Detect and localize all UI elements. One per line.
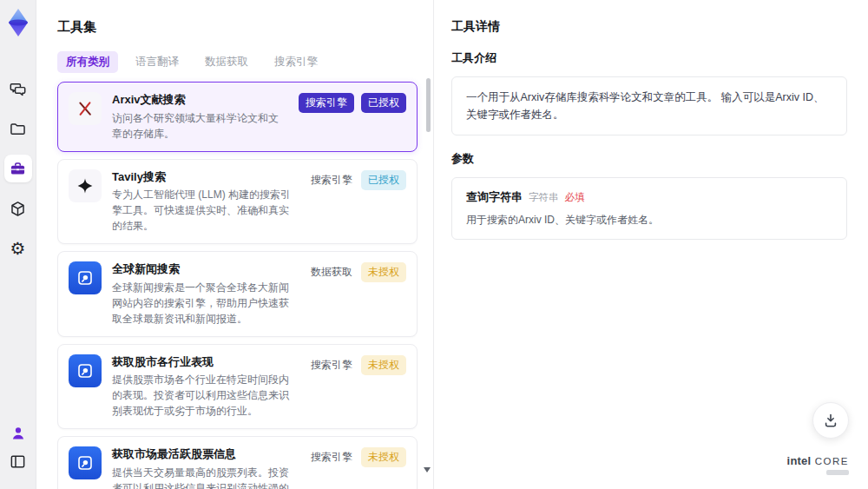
category-tabs: 所有类别 语言翻译 数据获取 搜索引擎	[57, 51, 418, 73]
brand-intel-text: intel	[787, 454, 812, 467]
intro-heading: 工具介绍	[451, 50, 847, 66]
param-name: 查询字符串	[466, 189, 523, 205]
tool-card-tavily[interactable]: Tavily搜索 专为人工智能代理 (LLM) 构建的搜索引擎工具。可快速提供实…	[57, 159, 418, 245]
tool-icon-tile	[69, 169, 102, 202]
category-badge: 搜索引擎	[299, 93, 354, 113]
category-badge: 数据获取	[309, 262, 354, 282]
tool-detail-panel: 工具详情 工具介绍 一个用于从Arxiv存储库搜索科学论文和文章的工具。 输入可…	[434, 0, 868, 489]
params-heading: 参数	[451, 151, 847, 167]
status-badge: 已授权	[361, 93, 406, 113]
detail-title: 工具详情	[451, 19, 847, 35]
tool-text: 获取股市各行业表现 提供股票市场各个行业在特定时间段内的表现。投资者可以利用这些…	[112, 354, 299, 420]
tool-desc: 提供股票市场各个行业在特定时间段内的表现。投资者可以利用这些信息来识别表现优于或…	[112, 372, 295, 419]
status-badge: 已授权	[361, 170, 406, 190]
tool-list: Arxiv文献搜索 访问各个研究领域大量科学论文和文章的存储库。 搜索引擎 已授…	[57, 82, 418, 489]
tool-card-arxiv[interactable]: Arxiv文献搜索 访问各个研究领域大量科学论文和文章的存储库。 搜索引擎 已授…	[57, 82, 418, 152]
scrollbar-down-arrow[interactable]	[424, 467, 431, 472]
app-window: ⚙ 工具集 所有类别 语言翻译 数据获取 搜索引擎	[0, 0, 868, 489]
tool-tags: 数据获取 未授权	[309, 262, 406, 282]
tool-name: 获取股市各行业表现	[112, 354, 295, 370]
search-app-icon	[76, 453, 95, 472]
tool-tags: 搜索引擎 未授权	[309, 447, 406, 467]
sidebar-item-files[interactable]	[4, 115, 32, 142]
tool-name: Arxiv文献搜索	[112, 92, 285, 108]
tool-icon-tile	[69, 261, 102, 294]
gear-icon: ⚙	[10, 240, 26, 257]
tool-name: Tavily搜索	[112, 169, 295, 185]
tool-list-panel: 工具集 所有类别 语言翻译 数据获取 搜索引擎 Arxiv文献搜索 访问各个研究…	[36, 0, 434, 489]
search-app-icon	[76, 361, 95, 380]
intel-core-logo: intel core	[787, 453, 849, 475]
tool-text: Arxiv文献搜索 访问各个研究领域大量科学论文和文章的存储库。	[112, 92, 288, 142]
tool-desc: 提供当天交易量最高的股票列表。投资者可以利用这些信息来识别流动性强的股票和潜在的…	[112, 465, 295, 489]
category-badge: 搜索引擎	[309, 355, 354, 375]
app-logo-icon	[5, 7, 31, 38]
search-app-icon	[76, 268, 95, 287]
chat-icon	[9, 80, 27, 98]
sidebar-item-account[interactable]	[4, 420, 32, 447]
tool-icon-tile	[69, 446, 102, 479]
category-badge: 搜索引擎	[309, 447, 354, 467]
tool-desc: 访问各个研究领域大量科学论文和文章的存储库。	[112, 110, 285, 142]
tool-card-global-news[interactable]: 全球新闻搜索 全球新闻搜索是一个聚合全球各大新闻网站内容的搜索引擎，帮助用户快速…	[57, 251, 418, 337]
download-button[interactable]	[812, 402, 849, 439]
param-box: 查询字符串 字符串 必填 用于搜索的Arxiv ID、关键字或作者姓名。	[451, 177, 847, 240]
panel-toggle-icon	[9, 453, 27, 471]
download-icon	[822, 412, 839, 429]
tab-language-translation[interactable]: 语言翻译	[127, 51, 187, 73]
tool-icon-tile	[69, 92, 102, 125]
user-icon	[10, 425, 27, 442]
brand-core-text: core	[815, 456, 849, 466]
tool-tags: 搜索引擎 已授权	[299, 93, 406, 113]
tavily-star-icon	[76, 177, 94, 195]
arxiv-logo-icon	[76, 99, 95, 118]
param-header: 查询字符串 字符串 必填	[466, 189, 832, 205]
sidebar-item-tools[interactable]	[4, 155, 32, 182]
brand-sub-mark	[826, 470, 849, 475]
tool-icon-tile	[69, 354, 102, 387]
page-title: 工具集	[57, 19, 418, 36]
cube-icon	[9, 200, 27, 218]
category-badge: 搜索引擎	[309, 170, 354, 190]
tool-name: 全球新闻搜索	[112, 261, 295, 277]
status-badge: 未授权	[361, 447, 406, 467]
tab-all-categories[interactable]: 所有类别	[57, 51, 118, 73]
sidebar-item-chat[interactable]	[4, 75, 32, 102]
tool-text: 全球新闻搜索 全球新闻搜索是一个聚合全球各大新闻网站内容的搜索引擎，帮助用户快速…	[112, 261, 299, 327]
intro-box: 一个用于从Arxiv存储库搜索科学论文和文章的工具。 输入可以是Arxiv ID…	[451, 76, 847, 135]
sidebar-item-settings[interactable]: ⚙	[4, 235, 32, 262]
param-type: 字符串	[529, 191, 559, 204]
tool-text: Tavily搜索 专为人工智能代理 (LLM) 构建的搜索引擎工具。可快速提供实…	[112, 169, 299, 235]
tool-card-sector-performance[interactable]: 获取股市各行业表现 提供股票市场各个行业在特定时间段内的表现。投资者可以利用这些…	[57, 344, 418, 430]
intro-text: 一个用于从Arxiv存储库搜索科学论文和文章的工具。 输入可以是Arxiv ID…	[466, 89, 832, 123]
tab-search-engine[interactable]: 搜索引擎	[266, 51, 326, 73]
sidebar-item-collapse[interactable]	[4, 447, 32, 475]
tab-data-fetching[interactable]: 数据获取	[196, 51, 257, 73]
sidebar-item-models[interactable]	[4, 195, 32, 222]
tool-name: 获取市场最活跃股票信息	[112, 446, 295, 462]
nav-rail: ⚙	[0, 0, 36, 489]
tool-card-most-active-stocks[interactable]: 获取市场最活跃股票信息 提供当天交易量最高的股票列表。投资者可以利用这些信息来识…	[57, 436, 418, 489]
status-badge: 未授权	[361, 262, 406, 282]
folder-icon	[9, 120, 27, 138]
tool-tags: 搜索引擎 已授权	[309, 170, 406, 190]
scrollbar-thumb[interactable]	[426, 78, 431, 132]
tool-desc: 专为人工智能代理 (LLM) 构建的搜索引擎工具。可快速提供实时、准确和真实的结…	[112, 187, 295, 234]
tool-tags: 搜索引擎 未授权	[309, 355, 406, 375]
param-required-badge: 必填	[565, 191, 585, 204]
tool-desc: 全球新闻搜索是一个聚合全球各大新闻网站内容的搜索引擎，帮助用户快速获取全球最新资…	[112, 280, 295, 327]
status-badge: 未授权	[361, 355, 406, 375]
toolbox-icon	[9, 160, 27, 178]
param-desc: 用于搜索的Arxiv ID、关键字或作者姓名。	[466, 212, 832, 228]
tool-text: 获取市场最活跃股票信息 提供当天交易量最高的股票列表。投资者可以利用这些信息来识…	[112, 446, 299, 489]
